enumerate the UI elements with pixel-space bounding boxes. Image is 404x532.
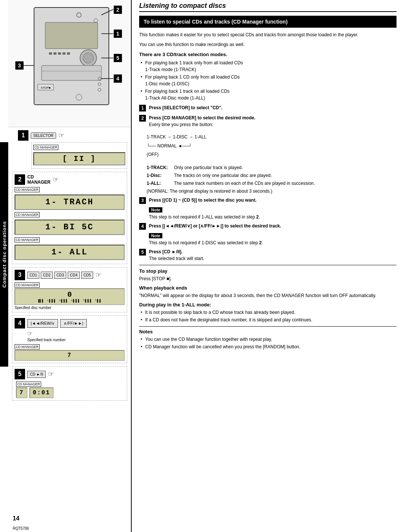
playback-text: "NORMAL" will appear on the display for … <box>139 292 397 299</box>
device-svg: STOP■ 2 1 5 <box>15 4 124 123</box>
instr-num-2: 2 <box>139 115 146 122</box>
device-diagram: STOP■ 2 1 5 <box>8 0 131 127</box>
lcd-disc: 1- BI 5C <box>15 220 125 235</box>
stop-title: To stop play <box>139 268 397 274</box>
rqt-number: RQT5706 <box>8 525 131 532</box>
rew-btn[interactable]: |◄◄/REW/∨ <box>27 319 58 328</box>
flow-line-1: 1-TRACK → 1-DISC → 1-ALL <box>147 133 389 141</box>
instr-text-4: Press [|◄◄/REW/∨] or [∧/FF/►►|] to selec… <box>149 223 397 229</box>
during-bullets: It is not possible to skip back to a CD … <box>139 309 397 323</box>
note-text-3: This step is not required if 1-ALL was s… <box>149 214 397 220</box>
definitions: 1-TRACK: Only one particular track is pl… <box>147 164 397 195</box>
cd2-btn[interactable]: CD2 <box>41 272 53 279</box>
instruction-1: 1 Press [SELECTOR] to select "CD". <box>139 104 397 111</box>
hand-icon-5: ☞ <box>48 370 54 378</box>
def-normal: (NORMAL: The original display is restore… <box>147 188 397 195</box>
cd-manager-label-2a: CD MANAGER <box>15 187 40 192</box>
steps-left: 1 SELECTOR ☞ CD MANAGER [ II ] 2 CD MANA… <box>8 127 131 512</box>
instr-text-3: Press [(CD 1) ~ (CD 5)] to select the di… <box>149 197 397 204</box>
instr-text-2: Press [CD MANAGER] to select the desired… <box>149 114 397 128</box>
svg-rect-6 <box>62 52 65 55</box>
cd5-btn[interactable]: CD5 <box>81 272 93 279</box>
small-lcd-5a: 7 <box>16 388 27 398</box>
intro-text-1: This function makes it easier for you to… <box>139 31 397 38</box>
disc-display: 0 ▐▌▌ ¹▌▌▌ ²▌▌▌ ³▌▌▌ ⁴▌▌▌ ⁵▌▌ <box>15 288 125 305</box>
svg-text:2: 2 <box>116 7 119 13</box>
during-bullet-1: It is not possible to skip back to a CD … <box>139 309 397 316</box>
cd-manager-label-5: CD MANAGER <box>16 382 41 387</box>
flow-line-3: (OFF) <box>147 151 389 159</box>
during-bullet-2: If a CD does not have the designated tra… <box>139 317 397 323</box>
hand-icon-2: ☞ <box>53 175 59 184</box>
step1-number: 1 <box>18 130 28 141</box>
track-num-label: Specified track number <box>27 338 125 342</box>
bullet-1: For playing back 1 track only from all l… <box>139 59 397 73</box>
notes-section: Notes You can use the CD Manager functio… <box>139 326 397 350</box>
lcd-display-1: [ II ] <box>33 152 125 165</box>
cd-manager-step-label2: MANAGER <box>27 180 50 185</box>
svg-text:3: 3 <box>18 62 21 68</box>
divider-1 <box>139 265 397 265</box>
cd4-btn[interactable]: CD4 <box>68 272 80 279</box>
right-section: Listening to compact discs To listen to … <box>132 0 404 532</box>
instr-num-5: 5 <box>139 249 146 256</box>
cd-manager-label-1: CD MANAGER <box>33 145 58 150</box>
svg-rect-4 <box>53 52 56 55</box>
bullet-3: For playing back 1 track on all loaded C… <box>139 88 397 101</box>
selector-button: SELECTOR <box>31 132 56 139</box>
svg-text:1: 1 <box>116 31 119 37</box>
instr-text-5: Press [CD ►/II]. The selected track will… <box>149 248 397 262</box>
cd-manager-label-2b: CD MANAGER <box>15 212 40 217</box>
stop-text: Press [STOP ■]. <box>139 275 397 282</box>
svg-rect-10 <box>42 65 101 80</box>
def-disc: 1-Disc: The tracks on only one particula… <box>147 172 397 179</box>
def-track: 1-TRACK: Only one particular track is pl… <box>147 164 397 171</box>
cd-manager-label-2c: CD MANAGER <box>15 237 40 242</box>
cd-buttons-row: CD1 CD2 CD3 CD4 CD5 <box>27 272 93 279</box>
hand-icon-4: ☞ <box>27 330 33 337</box>
svg-point-9 <box>83 53 94 63</box>
hand-icon-3: ☞ <box>95 271 101 279</box>
instruction-3: 3 Press [(CD 1) ~ (CD 5)] to select the … <box>139 197 397 204</box>
lcd-track: 1- TRACH <box>15 195 125 210</box>
notes-bullet-2: CD Manager function will be cancelled wh… <box>139 343 397 350</box>
instr-text-1: Press [SELECTOR] to select "CD". <box>149 104 397 111</box>
notes-bullets: You can use the CD Manager function toge… <box>139 336 397 350</box>
note-text-4: This step is not required if 1-DISC was … <box>149 239 397 246</box>
note-box-3: Note <box>149 207 162 213</box>
selection-modes-title: There are 3 CD/track selection modes. <box>139 52 397 57</box>
ff-btn[interactable]: ∧/FF/►►| <box>60 319 86 328</box>
small-lcd-4: 7 <box>15 350 125 361</box>
during-title: During play in the 1-ALL mode: <box>139 302 397 308</box>
intro-text-2: You can use this function to make record… <box>139 41 397 48</box>
step3-number: 3 <box>15 270 25 280</box>
playback-title: When playback ends <box>139 285 397 291</box>
def-all: 1-ALL: The same track numbers on each of… <box>147 180 397 187</box>
instr-num-3: 3 <box>139 197 146 204</box>
instr-num-1: 1 <box>139 105 146 111</box>
page-title: Listening to compact discs <box>139 2 397 12</box>
instruction-2: 2 Press [CD MANAGER] to select the desir… <box>139 114 397 128</box>
play-btn[interactable]: CD ►/II <box>27 371 46 378</box>
svg-rect-3 <box>49 52 52 55</box>
svg-text:5: 5 <box>116 55 119 61</box>
notes-label: Notes <box>139 329 397 334</box>
cd-manager-step-label: CD <box>27 174 50 180</box>
instruction-5: 5 Press [CD ►/II]. The selected track wi… <box>139 248 397 262</box>
flow-diagram: 1-TRACK → 1-DISC → 1-ALL └── NORMAL ◄──┘… <box>139 131 397 162</box>
svg-text:STOP■: STOP■ <box>41 86 51 89</box>
cd-manager-label-4: CD MANAGER <box>15 344 40 349</box>
cd1-btn[interactable]: CD1 <box>27 272 39 279</box>
cd3-btn[interactable]: CD3 <box>54 272 66 279</box>
svg-rect-7 <box>67 52 70 55</box>
lcd-all: 1- ALL <box>15 245 125 260</box>
hand-icon-1: ☞ <box>58 131 64 140</box>
svg-rect-2 <box>45 22 98 49</box>
bullet-2: For playing back 1 CD only from all load… <box>139 74 397 87</box>
step4-number: 4 <box>15 318 25 328</box>
flow-line-2: └── NORMAL ◄──┘ <box>147 142 389 150</box>
main-heading: To listen to special CDs and tracks (CD … <box>139 16 397 28</box>
instruction-4: 4 Press [|◄◄/REW/∨] or [∧/FF/►►|] to sel… <box>139 223 397 230</box>
step2-number: 2 <box>15 174 25 185</box>
small-lcd-5b: 0:01 <box>30 388 53 398</box>
